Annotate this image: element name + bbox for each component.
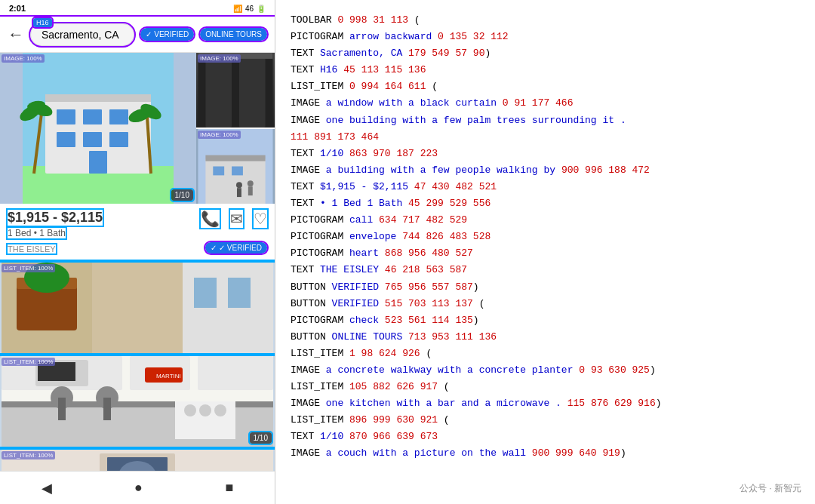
svg-rect-23 (205, 159, 265, 204)
svg-rect-10 (89, 151, 107, 174)
status-time: 2:01 (9, 4, 26, 13)
side-images: IMAGE: 100% IMAGE: 100% (196, 53, 275, 204)
code-line: IMAGE a couch with a picture on the wall… (291, 445, 800, 462)
svg-rect-28 (237, 188, 241, 197)
toolbar: ← Sacramento, CA ✓ VERIFIED ONLINE TOURS… (0, 17, 275, 53)
svg-rect-25 (213, 167, 224, 176)
svg-rect-37 (194, 278, 217, 308)
home-nav-button[interactable]: ● (134, 478, 143, 498)
couch-image-item: LIST_ITEM: 100% 1/10 (0, 450, 275, 471)
svg-rect-20 (239, 53, 266, 128)
svg-rect-7 (57, 132, 75, 147)
code-line: LIST_ITEM 896 999 630 921 ( (291, 412, 800, 429)
side-image-people: IMAGE: 100% (196, 129, 275, 204)
image-counter: 1/10 (171, 189, 193, 201)
beds-baths: 1 Bed • 1 Bath (8, 228, 66, 238)
code-line: TEXT 1/10 863 970 187 223 (291, 146, 800, 162)
code-line: TEXT 1/10 870 966 639 673 (291, 429, 800, 445)
heart-icon[interactable]: ♡ (254, 210, 267, 228)
svg-rect-50 (58, 398, 66, 420)
image-gallery: IMAGE: 100% (0, 53, 275, 204)
svg-rect-32 (92, 263, 183, 353)
walkway-image: LIST_ITEM: 100% (0, 263, 275, 353)
svg-point-29 (248, 180, 254, 186)
code-line: TEXT H16 45 113 115 136 (291, 62, 800, 78)
code-line: IMAGE a concrete walkway with a concrete… (291, 362, 800, 379)
svg-rect-19 (205, 53, 232, 128)
svg-rect-44 (198, 356, 273, 390)
svg-rect-52 (103, 398, 111, 420)
code-line: PICTOGRAM envelope 744 826 483 528 (291, 229, 800, 245)
check-icon: ✓ (146, 30, 152, 38)
code-line: PICTOGRAM arrow backward 0 135 32 112 (291, 29, 800, 45)
svg-rect-3 (45, 94, 151, 102)
code-line: IMAGE a window with a black curtain 0 91… (291, 95, 800, 112)
action-icons: 📞 ✉ ♡ (201, 210, 267, 228)
envelope-icon[interactable]: ✉ (230, 210, 243, 228)
code-line: TEXT $1,915 - $2,115 47 430 482 521 (291, 179, 800, 195)
main-property-image: IMAGE: 100% (0, 53, 196, 204)
code-line: IMAGE one building with a few palm trees… (291, 112, 800, 129)
code-line: PICTOGRAM check 523 561 114 135) (291, 312, 800, 329)
svg-point-56 (214, 404, 226, 416)
svg-rect-26 (232, 167, 243, 176)
list-item-2[interactable]: LIST_ITEM: 100% (0, 263, 275, 353)
svg-rect-24 (205, 155, 265, 161)
status-icons: 📶 46 🔋 (233, 5, 266, 13)
svg-point-27 (236, 182, 242, 188)
price-text: $1,915 - $2,115 (8, 210, 103, 226)
signal-strength: 46 (245, 5, 254, 13)
item-footer: THE EISLEY ✓ ✓ VERIFIED (8, 242, 267, 254)
code-line: IMAGE a building with a few people walki… (291, 162, 800, 179)
h16-tag: H16 (33, 18, 52, 27)
call-icon[interactable]: 📞 (201, 210, 220, 228)
code-line: PICTOGRAM call 634 717 482 529 (291, 212, 800, 229)
code-line: BUTTON ONLINE TOURS 713 953 111 136 (291, 329, 800, 346)
code-line: TEXT • 1 Bed 1 Bath 45 299 529 556 (291, 195, 800, 212)
couch-pct-tag: LIST_ITEM: 100% (2, 451, 55, 459)
list-item-4[interactable]: LIST_ITEM: 100% 1/10 (0, 450, 275, 471)
verified-badge-toolbar[interactable]: ✓ VERIFIED (140, 28, 194, 41)
recent-nav-button[interactable]: ■ (225, 478, 233, 498)
list-item-3[interactable]: LIST_ITEM: 100% MARTINI (0, 356, 275, 447)
side-pct-tag-2: IMAGE: 100% (198, 131, 241, 139)
network-icon: 📶 (233, 5, 242, 13)
back-button[interactable]: ← (8, 25, 24, 45)
kitchen-image-item: LIST_ITEM: 100% MARTINI (0, 356, 275, 447)
svg-rect-4 (57, 109, 75, 124)
online-tours-button[interactable]: ONLINE TOURS (200, 28, 267, 41)
list-container: IMAGE: 100% (0, 53, 275, 471)
verified-label-item: ✓ VERIFIED (219, 244, 262, 252)
watermark: 公众号 · 新智元 (734, 481, 807, 496)
kitchen-counter: 1/10 (250, 432, 272, 444)
svg-rect-5 (83, 109, 102, 124)
code-line: LIST_ITEM 105 882 626 917 ( (291, 379, 800, 395)
back-nav-button[interactable]: ◀ (42, 478, 52, 498)
code-line: BUTTON VERIFIED 515 703 113 137 ( (291, 296, 800, 312)
list-item-1[interactable]: IMAGE: 100% (0, 53, 275, 260)
svg-rect-6 (109, 109, 128, 124)
code-line: LIST_ITEM 1 98 624 926 ( (291, 346, 800, 362)
status-bar: 2:01 📶 46 🔋 (0, 0, 275, 17)
side-pct-tag-1: IMAGE: 100% (198, 54, 241, 63)
svg-text:MARTINI: MARTINI (156, 373, 181, 380)
svg-rect-9 (109, 132, 128, 147)
svg-rect-30 (248, 186, 253, 195)
item-details: $1,915 - $2,115 📞 ✉ ♡ 1 Bed • 1 Bath THE… (0, 204, 275, 260)
item-verified-badge[interactable]: ✓ ✓ VERIFIED (205, 242, 267, 254)
kitchen-pct-tag: LIST_ITEM: 100% (2, 358, 55, 366)
code-line: TEXT THE EISLEY 46 218 563 587 (291, 262, 800, 278)
image-pct-tag: IMAGE: 100% (2, 54, 45, 63)
code-line: PICTOGRAM heart 868 956 480 527 (291, 245, 800, 262)
svg-rect-8 (83, 132, 102, 147)
code-line: IMAGE one kitchen with a bar and a micro… (291, 395, 800, 412)
check-icon-item: ✓ (211, 244, 217, 252)
svg-rect-38 (228, 278, 251, 308)
side-image-curtain: IMAGE: 100% (196, 53, 275, 128)
walkway-pct-tag: LIST_ITEM: 100% (2, 264, 55, 272)
code-line: 111 891 173 464 (291, 129, 800, 146)
phone-panel: 2:01 📶 46 🔋 ← Sacramento, CA ✓ VERIFIED … (0, 0, 275, 504)
code-line: TEXT Sacramento, CA 179 549 57 90) (291, 45, 800, 62)
battery-icon: 🔋 (257, 5, 266, 13)
svg-point-55 (199, 404, 211, 416)
